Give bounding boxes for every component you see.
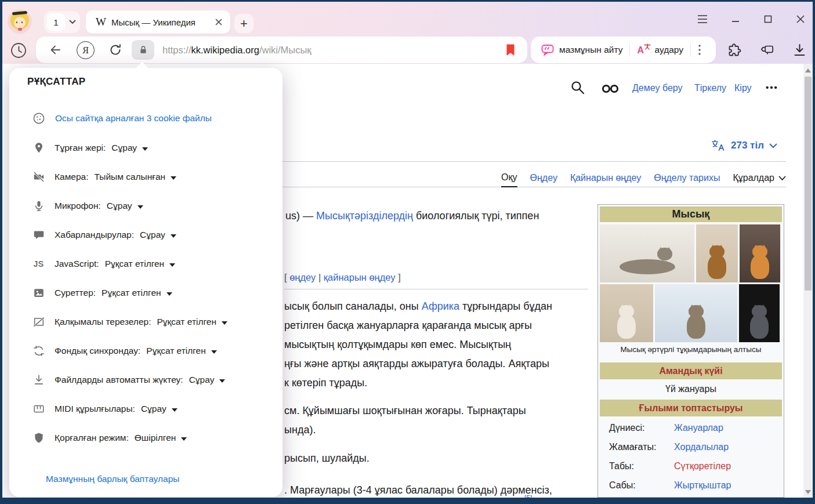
url-path: /wiki/Мысық	[259, 45, 311, 56]
active-tab[interactable]: W Мысық — Уикипедия	[86, 10, 230, 34]
cat-photo-collage	[600, 224, 782, 342]
midi-icon	[32, 403, 45, 415]
permission-row-images[interactable]: Суреттер: Рұқсат етілген	[31, 285, 172, 300]
permission-row-javascript[interactable]: JS JavaScript: Рұқсат етілген	[31, 256, 175, 271]
tab-counter-control[interactable]: 1	[44, 11, 80, 33]
permission-row-popups[interactable]: Қалқымалы терезелер: Рұқсат етілген	[31, 314, 227, 329]
dropdown-caret-icon[interactable]	[181, 437, 187, 441]
dropdown-caret-icon[interactable]	[211, 350, 217, 354]
permission-row-microphone[interactable]: Микрофон: Сұрау	[31, 198, 143, 213]
register-link[interactable]: Тіркелу	[694, 83, 726, 93]
dropdown-caret-icon[interactable]	[166, 292, 172, 296]
felidae-link[interactable]: Мысықтәрізділердің	[316, 210, 413, 222]
article-line: ында).	[284, 424, 316, 436]
all-content-settings-link[interactable]: Мазмұнның барлық баптаулары	[46, 474, 179, 484]
page-scrollbar[interactable]	[803, 64, 813, 498]
menu-icon	[697, 14, 708, 24]
tab-read[interactable]: Оқу	[501, 172, 517, 187]
divider	[690, 43, 691, 56]
dropdown-caret-icon[interactable]	[222, 321, 227, 325]
appearance-oo-icon[interactable]	[601, 83, 621, 95]
site-permissions-button[interactable]	[132, 40, 154, 60]
tab-tools[interactable]: Құралдар	[733, 173, 786, 187]
dropdown-caret-icon[interactable]	[172, 408, 178, 412]
permission-row-protected-mode[interactable]: Қорғалған режим: Өшірілген	[31, 430, 187, 445]
wikipedia-logo-icon: W	[96, 16, 106, 28]
protected-mode-icon	[32, 432, 45, 444]
url-text[interactable]: https://kk.wikipedia.org/wiki/Мысық	[162, 37, 311, 63]
microphone-icon	[32, 200, 45, 212]
cat-photo-siamese	[600, 284, 653, 342]
refresh-icon[interactable]	[108, 42, 123, 57]
permission-row-midi[interactable]: MIDI құрылғылары: Сұрау	[31, 401, 178, 416]
dropdown-caret-icon[interactable]	[137, 205, 143, 209]
window-menu-button[interactable]	[695, 12, 710, 27]
read-aloud-button[interactable]: мазмұнын айту	[559, 45, 622, 55]
article-line: рысып, шулайды.	[284, 452, 370, 465]
order-link[interactable]: Жыртқыштар	[674, 480, 731, 491]
article-line: ретілген басқа жануарларға қарағанда мыс…	[284, 320, 532, 332]
search-icon[interactable]	[570, 79, 586, 96]
language-count: 273 тіл	[731, 140, 764, 151]
back-icon[interactable]	[49, 43, 63, 57]
camera-off-icon	[32, 171, 45, 183]
taxobox-caption: Мысық әртүрлі тұқымдарының алтысы	[600, 345, 782, 360]
edit-source-link[interactable]: қайнарын өңдеу	[324, 272, 396, 282]
class-redlink[interactable]: Сүтқоретілер	[674, 461, 731, 472]
permission-row-location[interactable]: Тұрған жері: Сұрау	[31, 140, 148, 155]
kingdom-link[interactable]: Жануарлар	[674, 423, 723, 433]
cookies-link[interactable]: Осы сайтқа арналған 3 cookie файлы	[55, 113, 212, 124]
africa-link[interactable]: Африка	[422, 300, 459, 312]
tab-history[interactable]: Өңделу тарихы	[654, 173, 720, 187]
cookie-icon	[32, 111, 46, 125]
window-border-bottom	[0, 498, 815, 504]
clock-icon	[10, 42, 27, 59]
profile-avatar[interactable]	[8, 9, 32, 34]
yandex-logo-button[interactable]: Я	[77, 41, 95, 59]
section-divider	[284, 289, 588, 289]
close-tab-icon[interactable]	[215, 18, 223, 26]
kebab-menu-icon[interactable]	[698, 43, 701, 56]
article-line: мысықтың қолтұқымдары көп емес. Мысықтың	[284, 339, 511, 351]
window-minimize-button[interactable]	[728, 12, 743, 27]
extensions-icon[interactable]	[727, 42, 742, 58]
edit-link[interactable]: өңдеу	[289, 272, 316, 282]
dropdown-caret-icon[interactable]	[142, 147, 148, 151]
translate-button[interactable]: аудару	[654, 45, 683, 55]
login-link[interactable]: Кіру	[734, 83, 752, 93]
tab-title: Мысық — Уикипедия	[111, 17, 195, 27]
downloads-icon[interactable]	[792, 42, 807, 58]
javascript-icon: JS	[33, 259, 44, 269]
collections-icon[interactable]	[759, 42, 776, 58]
window-maximize-button[interactable]	[760, 12, 776, 27]
new-tab-button[interactable]: +	[234, 14, 253, 33]
dropdown-caret-icon[interactable]	[219, 379, 225, 383]
more-menu-button[interactable]: •••	[766, 82, 778, 92]
scroll-down-icon[interactable]	[805, 490, 811, 494]
dropdown-caret-icon[interactable]	[169, 263, 175, 267]
dropdown-caret-icon[interactable]	[171, 234, 176, 238]
permission-row-notifications[interactable]: Хабарландырулар: Сұрау	[31, 227, 176, 242]
window-close-button[interactable]	[793, 12, 808, 27]
article-line: ңғы және артқы аяқтарды ажыратуға болады…	[284, 358, 549, 370]
url-host: kk.wikipedia.org	[191, 45, 259, 56]
article-line: ысық болып саналады, оны Африка тұрғында…	[284, 300, 552, 313]
language-button[interactable]: 273 тіл	[711, 139, 777, 152]
donate-link[interactable]: Демеу беру	[632, 83, 683, 93]
address-bar[interactable]: Я https://kk.wikipedia.org/wiki/Мысық	[36, 37, 527, 63]
taxonomy-row: Сабы: Жыртқыштар	[600, 476, 782, 495]
history-button[interactable]	[10, 42, 27, 59]
permission-row-auto-download[interactable]: Файлдарды автоматты жүктеу: Сұрау	[31, 372, 225, 387]
permission-row-background-sync[interactable]: Фондық синхрондау: Рұқсат етілген	[31, 343, 217, 358]
phylum-link[interactable]: Хордалылар	[674, 442, 729, 452]
cat-photo-grey	[739, 284, 780, 342]
scrollbar-thumb[interactable]	[805, 77, 812, 291]
bookmark-icon[interactable]	[505, 43, 516, 57]
cat-photo-snow-tabby	[655, 284, 737, 342]
tab-edit-source[interactable]: Қайнарын өңдеу	[570, 173, 641, 187]
permission-row-camera[interactable]: Камера: Тыйым салынған	[31, 169, 176, 184]
scroll-up-icon[interactable]	[805, 68, 811, 72]
dropdown-caret-icon[interactable]	[171, 176, 176, 180]
divider	[629, 43, 630, 56]
tab-edit[interactable]: Өңдеу	[530, 173, 557, 187]
